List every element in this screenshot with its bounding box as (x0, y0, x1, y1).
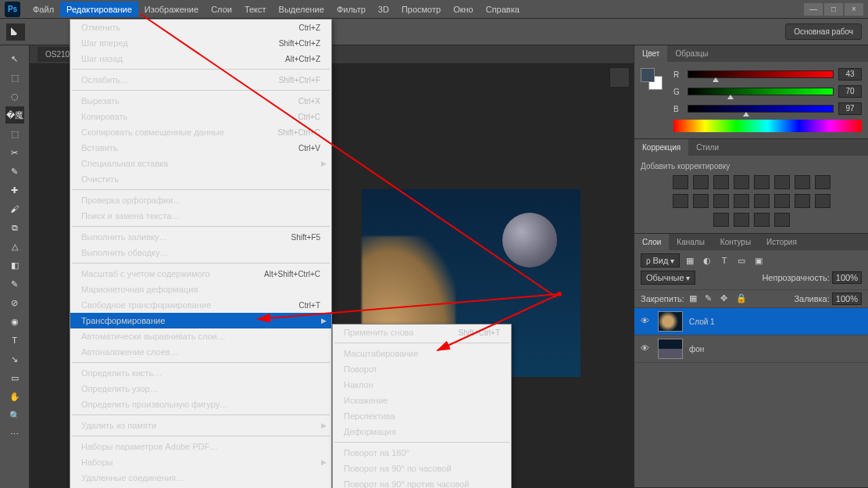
layer-thumbnail[interactable] (658, 339, 683, 359)
r-value[interactable]: 43 (838, 68, 862, 81)
tab-swatches[interactable]: Образцы (667, 45, 716, 62)
magic-wand-tool[interactable]: �魔 (5, 106, 24, 124)
menu-файл[interactable]: Файл (27, 2, 60, 17)
menu-3d[interactable]: 3D (372, 2, 395, 17)
menu-item[interactable]: Перспектива (333, 408, 511, 424)
adjustment-icon[interactable] (734, 175, 749, 189)
clone-tool[interactable]: ⧉ (5, 219, 24, 236)
adjustment-icon[interactable] (795, 194, 810, 208)
adjustment-preset-icon[interactable] (754, 213, 770, 227)
color-spectrum[interactable] (673, 120, 862, 132)
filter-smart-icon[interactable]: ▣ (752, 254, 766, 267)
maximize-button[interactable]: □ (824, 3, 843, 16)
lock-pixels-icon[interactable]: ✎ (705, 293, 716, 304)
slice-tool[interactable]: ✂ (5, 144, 24, 161)
adjustment-preset-icon[interactable] (734, 213, 749, 227)
tab-adjustments[interactable]: Коррекция (634, 139, 688, 156)
marquee-tool[interactable]: ⬚ (5, 69, 24, 86)
filter-pixel-icon[interactable]: ▦ (683, 254, 697, 267)
color-swatches[interactable] (641, 68, 663, 90)
menu-просмотр[interactable]: Просмотр (395, 2, 447, 17)
dock-icon[interactable] (609, 67, 630, 88)
lock-position-icon[interactable]: ✥ (720, 293, 731, 304)
foreground-color-swatch[interactable] (641, 68, 655, 82)
adjustment-preset-icon[interactable] (774, 213, 790, 227)
minimize-button[interactable]: — (804, 3, 823, 16)
b-value[interactable]: 97 (838, 102, 862, 115)
eyedropper-tool[interactable]: ✎ (5, 163, 24, 180)
pen-tool[interactable]: ↘ (5, 350, 24, 368)
lock-transparency-icon[interactable]: ▦ (689, 293, 700, 304)
adjustment-icon[interactable] (713, 175, 729, 189)
filter-type-icon[interactable]: T (717, 254, 731, 267)
menu-item[interactable]: Выполнить обводку… (70, 245, 331, 260)
menu-item[interactable]: Поворот (333, 361, 511, 377)
adjustment-icon[interactable] (734, 194, 749, 208)
menu-item[interactable]: Свободное трансформированиеCtrl+T (70, 297, 331, 313)
close-button[interactable]: × (845, 3, 863, 16)
menu-item[interactable]: Удаленные соединения… (70, 470, 331, 486)
menu-выделение[interactable]: Выделение (273, 2, 330, 17)
adjustment-icon[interactable] (795, 175, 810, 189)
layer-row[interactable]: 👁фон (634, 336, 868, 363)
menu-item[interactable]: ОтменитьCtrl+Z (70, 20, 331, 35)
adjustment-icon[interactable] (815, 194, 830, 208)
adjustment-icon[interactable] (673, 194, 688, 208)
menu-справка[interactable]: Справка (480, 2, 526, 17)
filter-shape-icon[interactable]: ▭ (734, 254, 748, 267)
adjustment-icon[interactable] (693, 175, 709, 189)
menu-item[interactable]: Удалить из памяти▶ (70, 418, 331, 433)
menu-item[interactable]: Масштабирование (333, 346, 511, 361)
lasso-tool[interactable]: ◌ (5, 88, 24, 105)
layer-row[interactable]: 👁Слой 1 (634, 308, 868, 336)
menu-item[interactable]: Определить узор… (70, 381, 331, 396)
opacity-value[interactable]: 100% (832, 271, 862, 284)
adjustment-icon[interactable] (774, 175, 790, 189)
visibility-icon[interactable]: 👁 (641, 316, 652, 327)
menu-item[interactable]: Трансформирование▶ (70, 313, 331, 328)
r-slider[interactable] (688, 70, 834, 78)
crop-tool[interactable]: ⬚ (5, 125, 24, 142)
menu-item[interactable]: Поворот на 180° (333, 445, 511, 461)
fill-value[interactable]: 100% (832, 292, 862, 305)
menu-item[interactable]: Масштаб с учетом содержимогоAlt+Shift+Ct… (70, 266, 331, 282)
menu-фильтр[interactable]: Фильтр (330, 2, 372, 17)
tab-channels[interactable]: Каналы (669, 234, 713, 250)
g-value[interactable]: 70 (838, 85, 862, 98)
brush-tool[interactable]: 🖌 (5, 200, 24, 217)
tab-paths[interactable]: Контуры (713, 234, 759, 250)
visibility-icon[interactable]: 👁 (641, 343, 652, 354)
tab-styles[interactable]: Стили (688, 139, 727, 156)
zoom-tool[interactable]: 🔍 (5, 407, 24, 424)
adjustment-icon[interactable] (754, 194, 770, 208)
menu-редактирование[interactable]: Редактирование (60, 2, 138, 17)
gradient-tool[interactable]: ✎ (5, 275, 24, 292)
healing-tool[interactable]: ✚ (5, 181, 24, 199)
adjustment-icon[interactable] (774, 194, 790, 208)
menu-item[interactable]: Определить кисть… (70, 365, 331, 381)
type-tool[interactable]: T (5, 332, 24, 349)
menu-item[interactable]: ВставитьCtrl+V (70, 140, 331, 156)
menu-item[interactable]: Марионеточная деформация (70, 282, 331, 297)
adjustment-preset-icon[interactable] (713, 213, 729, 227)
shape-tool[interactable]: ▭ (5, 369, 24, 386)
g-slider[interactable] (688, 88, 834, 95)
menu-item[interactable]: Поворот на 90° по часовой (333, 461, 511, 476)
adjustment-icon[interactable] (693, 194, 709, 208)
tab-history[interactable]: История (759, 234, 805, 250)
hand-tool[interactable]: ✋ (5, 388, 24, 405)
menu-item[interactable]: Искажение (333, 393, 511, 408)
menu-item[interactable]: Шаг впередShift+Ctrl+Z (70, 35, 331, 51)
menu-изображение[interactable]: Изображение (138, 2, 205, 17)
menu-item[interactable]: Специальная вставка▶ (70, 156, 331, 171)
eraser-tool[interactable]: ◧ (5, 257, 24, 274)
layer-thumbnail[interactable] (658, 311, 683, 332)
more-tool[interactable]: ⋯ (5, 425, 24, 443)
lock-all-icon[interactable]: 🔒 (736, 293, 747, 304)
tab-color[interactable]: Цвет (634, 45, 667, 62)
menu-текст[interactable]: Текст (238, 2, 273, 17)
history-brush-tool[interactable]: △ (5, 238, 24, 255)
workspace-switcher[interactable]: Основная рабоч (785, 23, 862, 40)
b-slider[interactable] (688, 105, 834, 113)
layer-filter-kind[interactable]: ρ Вид ▾ (641, 253, 680, 267)
